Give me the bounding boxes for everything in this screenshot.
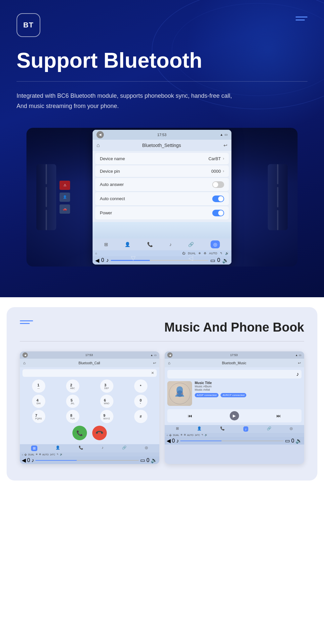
nav-back-arrow[interactable]: ↩ — [223, 143, 227, 148]
dialpad: 1— 2ABC 3DEF * 4GHI 5JKL 6MNO 0+ 7PQRS 8… — [22, 379, 157, 423]
music-time: 17:53 — [230, 353, 238, 357]
nav-triangle-left[interactable]: ▽ — [131, 255, 136, 262]
dial-4[interactable]: 4GHI — [32, 395, 45, 408]
call-seek-track[interactable] — [35, 460, 139, 461]
music-album: Music Album — [195, 385, 302, 388]
auto-connect-row: Auto connect — [95, 192, 229, 206]
auto-connect-toggle[interactable] — [212, 196, 224, 202]
music-note-icon: ♪ — [296, 371, 299, 377]
status-icons: ▲ ▭ — [220, 133, 227, 136]
bt-icon[interactable]: ◎ — [211, 240, 220, 248]
fan-icon[interactable]: ❄ — [198, 252, 201, 255]
call-clear-icon[interactable]: ✕ — [151, 371, 154, 375]
dial-1[interactable]: 1— — [32, 379, 45, 393]
music-seek-track[interactable] — [180, 441, 284, 441]
dial-9[interactable]: 9WXYZ — [100, 410, 113, 423]
call-bt-nav-icon[interactable]: ◎ — [145, 446, 148, 451]
bluetooth-settings-screen: ⌂ Bluetooth_Settings ↩ Device name CarBT… — [93, 140, 231, 265]
music-link-nav-icon[interactable]: 🔗 — [267, 426, 271, 432]
back-button[interactable]: ◀ — [97, 131, 104, 138]
music-apps-icon[interactable]: ⊞ — [176, 426, 179, 432]
a2dp-badge: A2DP connected — [195, 393, 219, 397]
call-input: ✕ — [22, 369, 157, 377]
link-icon[interactable]: 🔗 — [188, 242, 194, 247]
call-link-nav-icon[interactable]: 🔗 — [122, 446, 127, 451]
end-call-button[interactable]: 📞 — [89, 423, 110, 443]
call-phone-nav-icon[interactable]: 📞 — [79, 446, 83, 451]
call-battery-icon: ▭ — [154, 354, 157, 357]
call-nav-back[interactable]: ↩ — [153, 361, 156, 365]
car-background: ⚠ 👤 🚗 ◀ 17:53 ▲ ▭ — [26, 128, 298, 267]
hero-header: BT — [17, 13, 307, 37]
auto-answer-toggle[interactable] — [212, 181, 224, 188]
device-pin-row[interactable]: Device pin 0000 › — [95, 165, 229, 177]
dial-star[interactable]: * — [134, 379, 147, 393]
apps-icon[interactable]: ⊞ — [104, 242, 108, 247]
music-back-btn[interactable]: ◀ — [167, 352, 173, 358]
device-name-row[interactable]: Device name CarBT › — [95, 153, 229, 165]
music-music-nav-icon[interactable]: ♪ — [243, 426, 249, 432]
menu-icon[interactable] — [296, 13, 307, 20]
auto-answer-row: Auto answer — [95, 178, 229, 192]
dial-7[interactable]: 7PQRS — [32, 410, 45, 423]
call-actions: 📞 📞 — [22, 426, 157, 442]
tablet-screen: ◀ 17:53 ▲ ▭ ⌂ Bluetooth_Settings ↩ — [93, 130, 231, 265]
vol-down-icon[interactable]: 🔉 — [222, 257, 229, 264]
music-home-icon[interactable]: ⌂ — [168, 361, 170, 365]
dial-hash[interactable]: # — [134, 410, 147, 423]
airflow-icon[interactable]: ↰ — [220, 252, 223, 255]
back-seek-icon[interactable]: ◀ — [95, 257, 99, 264]
power-toggle[interactable] — [212, 210, 224, 216]
section2-menu-icon[interactable] — [20, 320, 33, 324]
dial-2[interactable]: 2ABC — [66, 379, 79, 393]
dial-0[interactable]: 0+ — [134, 395, 147, 408]
phone-icon[interactable]: 📞 — [147, 242, 153, 247]
status-time: 17:53 — [157, 133, 167, 137]
answer-button[interactable]: 📞 — [72, 426, 87, 440]
music-home-ac[interactable]: ⌂ — [167, 434, 168, 436]
battery-icon: ▭ — [224, 133, 227, 136]
music-icon[interactable]: ♪ — [169, 242, 172, 247]
vol-icon[interactable]: 🔊 — [225, 252, 229, 255]
dial-5[interactable]: 5JKL — [66, 395, 79, 408]
home-ac-icon[interactable]: ⌂ — [95, 252, 97, 255]
dial-8[interactable]: 8TUV — [66, 410, 79, 423]
hero-divider — [17, 81, 307, 82]
home-icon[interactable]: ⌂ — [97, 142, 100, 148]
dial-3[interactable]: 3DEF — [100, 379, 113, 393]
dial-6[interactable]: 6MNO — [100, 395, 113, 408]
nav-triangle-right[interactable]: ◁ — [188, 255, 193, 262]
avrcp-badge: AVRCP connected — [221, 393, 246, 397]
menu-line-1 — [296, 17, 307, 18]
call-apps-icon[interactable]: ⊞ — [31, 446, 37, 451]
prev-button[interactable]: ⏮ — [188, 413, 192, 418]
contacts-icon[interactable]: 👤 — [125, 242, 130, 247]
play-button[interactable]: ▶ — [230, 411, 239, 420]
hero-description: Integrated with BC6 Bluetooth module, su… — [17, 91, 307, 111]
nav-bar: ⌂ Bluetooth_Settings ↩ — [93, 140, 231, 151]
music-nav-back[interactable]: ↩ — [298, 361, 301, 365]
call-back-btn[interactable]: ◀ — [22, 352, 28, 358]
call-music-nav-icon[interactable]: ♪ — [102, 446, 104, 451]
call-screen: ◀ 17:53 ▲ ▭ ⌂ Bluetooth_Call ↩ ✕ 1— — [20, 351, 159, 464]
music-bt-nav-icon[interactable]: ◎ — [290, 426, 293, 432]
side-button-3[interactable]: 🚗 — [60, 204, 70, 214]
ac-mode-icon[interactable]: ♻ — [204, 252, 206, 255]
car-screen-wrapper: ⚠ 👤 🚗 ◀ 17:53 ▲ ▭ — [17, 128, 307, 267]
status-bar: ◀ 17:53 ▲ ▭ — [93, 130, 231, 140]
music-contacts-nav-icon[interactable]: 👤 — [197, 426, 202, 432]
vent-left — [36, 164, 56, 230]
bt-logo: BT — [17, 13, 40, 37]
music-phone-nav-icon[interactable]: 📞 — [220, 426, 225, 432]
side-buttons: ⚠ 👤 🚗 — [60, 181, 70, 214]
call-contacts-nav-icon[interactable]: 👤 — [56, 446, 60, 451]
music-artist: Music Artist — [195, 388, 302, 391]
side-button-2[interactable]: 👤 — [60, 193, 70, 202]
next-button[interactable]: ⏭ — [276, 413, 281, 418]
music-screen-body: ♪ 👤 Music Title Music Album Music Artist… — [165, 367, 304, 425]
music-screen: ◀ 17:53 ▲ ▭ ⌂ Bluetooth_Music ↩ ♪ — [165, 351, 304, 464]
call-home-icon[interactable]: ⌂ — [23, 361, 25, 365]
section2-menu-line-2 — [20, 323, 30, 324]
hazard-button[interactable]: ⚠ — [60, 181, 70, 190]
call-home-ac[interactable]: ⌂ — [22, 453, 23, 456]
